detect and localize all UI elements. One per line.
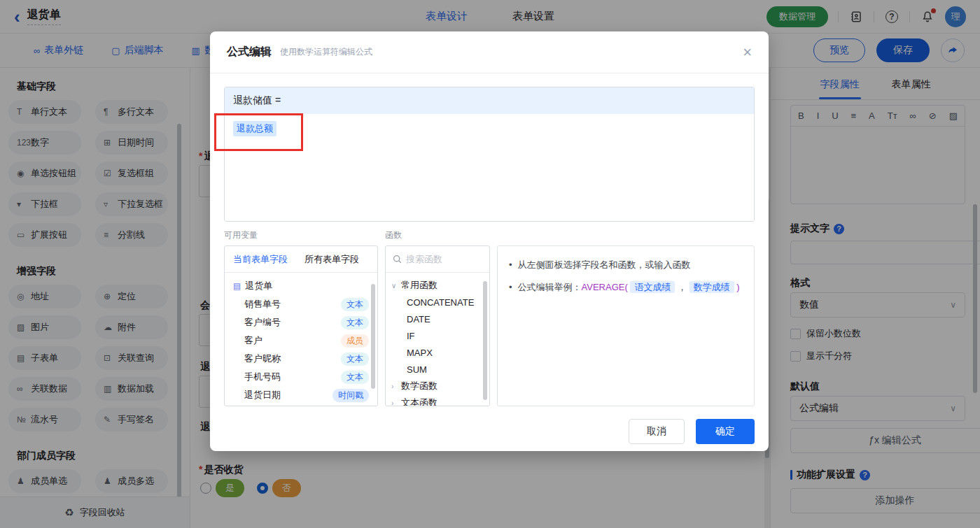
variable-field-row[interactable]: 手机号码文本: [225, 368, 377, 386]
variable-field-name: 退货日期: [244, 389, 332, 401]
variables-scrollbar-thumb[interactable]: [371, 284, 375, 389]
modal-title: 公式编辑: [227, 45, 272, 59]
modal-subtitle: 使用数学运算符编辑公式: [280, 46, 372, 58]
close-icon[interactable]: ×: [743, 45, 752, 60]
caret-right-icon: ›: [391, 399, 401, 407]
variables-panel: 当前表单字段 所有表单字段 ▤ 退货单 销售单号文本客户编号文本客户成员客户昵称…: [224, 245, 378, 406]
variable-field-name: 客户昵称: [244, 352, 341, 365]
function-item-CONCATENATE[interactable]: CONCATENATE: [386, 294, 489, 311]
function-group-常用函数[interactable]: ∨常用函数: [386, 277, 489, 294]
field-type-badge: 文本: [341, 352, 369, 366]
field-type-badge: 文本: [341, 298, 369, 311]
search-icon: [393, 255, 402, 264]
formula-tips-panel: •从左侧面板选择字段名和函数，或输入函数 • 公式编辑举例：AVERAGE( 语…: [497, 245, 755, 406]
search-placeholder: 搜索函数: [406, 253, 442, 266]
variables-label: 可用变量: [224, 229, 385, 241]
function-item-MAPX[interactable]: MAPX: [386, 344, 489, 361]
document-icon: ▤: [233, 281, 241, 291]
function-group-label: 文本函数: [401, 397, 438, 406]
variable-field-row[interactable]: 客户成员: [225, 331, 377, 350]
formula-edit-modal: 公式编辑 使用数学运算符编辑公式 × 退款储值 = 退款总额 可用变量 函数 当…: [210, 31, 769, 451]
function-item-SUM[interactable]: SUM: [386, 361, 489, 378]
tab-all-form-fields[interactable]: 所有表单字段: [296, 253, 368, 266]
variable-field-row[interactable]: 客户昵称文本: [225, 350, 377, 368]
functions-panel: 搜索函数 ∨常用函数CONCATENATEDATEIFMAPXSUM›数学函数›…: [385, 245, 490, 406]
function-group-label: 常用函数: [401, 279, 438, 292]
variable-field-row[interactable]: 客户编号文本: [225, 313, 377, 331]
variable-field-name: 客户: [244, 334, 341, 347]
formula-input-area[interactable]: 退款总额: [225, 114, 754, 221]
caret-down-icon: ∨: [391, 282, 401, 290]
functions-scrollbar-thumb[interactable]: [483, 281, 487, 400]
tip-line-1: 从左侧面板选择字段名和函数，或输入函数: [518, 257, 691, 273]
example-chip-chinese: 语文成绩: [630, 281, 675, 293]
formula-editor: 退款储值 = 退款总额: [224, 87, 755, 222]
tree-root-form[interactable]: ▤ 退货单: [225, 277, 377, 295]
variable-field-row[interactable]: 退货日期时间戳: [225, 386, 377, 404]
variable-field-row[interactable]: 销售单号文本: [225, 295, 377, 313]
function-group-label: 数学函数: [401, 380, 438, 392]
function-group-数学函数[interactable]: ›数学函数: [386, 378, 489, 394]
cancel-button[interactable]: 取消: [629, 419, 685, 444]
field-type-badge: 时间戳: [332, 389, 369, 402]
function-group-文本函数[interactable]: ›文本函数: [386, 394, 489, 406]
field-type-badge: 文本: [341, 371, 369, 384]
field-chip-refund-total[interactable]: 退款总额: [233, 121, 276, 136]
function-item-IF[interactable]: IF: [386, 327, 489, 344]
example-chip-math: 数学成绩: [690, 281, 734, 293]
function-item-DATE[interactable]: DATE: [386, 311, 489, 327]
functions-label: 函数: [385, 229, 402, 241]
variable-field-name: 手机号码: [244, 371, 341, 383]
function-search-input[interactable]: 搜索函数: [386, 246, 489, 273]
tip-line-2: 公式编辑举例：AVERAGE( 语文成绩 ， 数学成绩 ): [518, 280, 740, 295]
variable-field-name: 销售单号: [244, 298, 341, 311]
caret-right-icon: ›: [391, 383, 401, 390]
formula-target: 退款储值 =: [225, 87, 754, 114]
variable-field-name: 客户编号: [244, 316, 341, 329]
confirm-button[interactable]: 确定: [696, 419, 755, 444]
field-type-badge: 成员: [341, 334, 369, 348]
field-type-badge: 文本: [341, 316, 369, 329]
tab-current-form-fields[interactable]: 当前表单字段: [225, 253, 296, 266]
